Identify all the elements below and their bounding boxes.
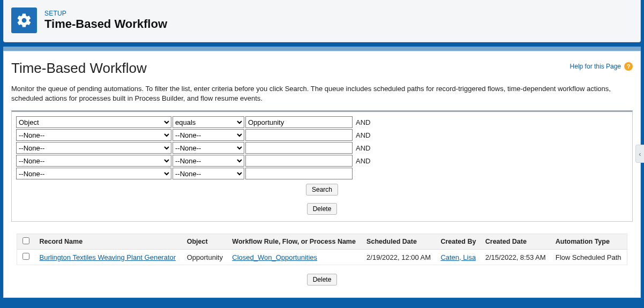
filter-value-input[interactable] bbox=[245, 129, 353, 141]
cell-object: Opportunity bbox=[183, 250, 228, 265]
help-link[interactable]: Help for this Page ? bbox=[570, 62, 633, 71]
filter-field-select[interactable]: --None-- bbox=[16, 168, 171, 179]
page-title: Time-Based Workflow bbox=[11, 60, 147, 77]
header: SETUP Time-Based Workflow bbox=[10, 5, 634, 36]
col-scheduled-date: Scheduled Date bbox=[362, 234, 436, 250]
col-record-name: Record Name bbox=[35, 234, 183, 250]
col-workflow: Workflow Rule, Flow, or Process Name bbox=[228, 234, 362, 250]
setup-label: SETUP bbox=[44, 10, 167, 17]
pattern-divider bbox=[3, 47, 641, 51]
table-header-row: Record Name Object Workflow Rule, Flow, … bbox=[17, 234, 627, 250]
table-row: Burlington Textiles Weaving Plant Genera… bbox=[17, 250, 627, 265]
filter-and: AND bbox=[356, 157, 370, 165]
gear-icon bbox=[11, 7, 37, 33]
row-checkbox[interactable] bbox=[23, 253, 29, 260]
filter-and: AND bbox=[356, 118, 370, 126]
filter-and: AND bbox=[356, 144, 370, 152]
header-title: Time-Based Workflow bbox=[44, 17, 167, 31]
col-created-by: Created By bbox=[436, 234, 481, 250]
expand-panel-tab[interactable]: ‹ bbox=[635, 145, 644, 163]
filter-value-input[interactable] bbox=[245, 168, 353, 179]
col-automation-type: Automation Type bbox=[551, 234, 627, 250]
filter-row: --None-- --None-- AND bbox=[16, 129, 628, 141]
filter-value-input[interactable] bbox=[245, 155, 353, 167]
filter-operator-select[interactable]: --None-- bbox=[173, 168, 244, 179]
filter-and: AND bbox=[356, 131, 370, 139]
filter-operator-select[interactable]: --None-- bbox=[173, 155, 244, 167]
select-all-checkbox[interactable] bbox=[23, 237, 29, 244]
filter-operator-select[interactable]: --None-- bbox=[173, 129, 244, 141]
filter-field-select[interactable]: Object bbox=[16, 116, 171, 128]
filter-field-select[interactable]: --None-- bbox=[16, 142, 171, 154]
filter-row: Object equals AND bbox=[16, 116, 628, 128]
filter-field-select[interactable]: --None-- bbox=[16, 129, 171, 141]
col-object: Object bbox=[183, 234, 228, 250]
cell-scheduled-date: 2/19/2022, 12:00 AM bbox=[362, 250, 436, 265]
created-by-link[interactable]: Caten, Lisa bbox=[440, 253, 476, 261]
results: Record Name Object Workflow Rule, Flow, … bbox=[17, 234, 627, 286]
cell-automation-type: Flow Scheduled Path bbox=[551, 250, 627, 265]
setup-header-panel: SETUP Time-Based Workflow bbox=[3, 0, 641, 42]
filter-value-input[interactable] bbox=[245, 116, 353, 128]
filter-row: --None-- --None-- AND bbox=[16, 142, 628, 154]
col-created-date: Created Date bbox=[481, 234, 551, 250]
filter-operator-select[interactable]: --None-- bbox=[173, 142, 244, 154]
content-panel: Time-Based Workflow Help for this Page ?… bbox=[3, 51, 641, 298]
delete-button-bottom[interactable]: Delete bbox=[307, 274, 338, 286]
page-description: Monitor the queue of pending automations… bbox=[11, 84, 633, 103]
filter-row: --None-- --None-- bbox=[16, 168, 628, 179]
results-table: Record Name Object Workflow Rule, Flow, … bbox=[17, 234, 627, 265]
filter-box: Object equals AND --None-- --None-- AND … bbox=[11, 110, 633, 222]
record-name-link[interactable]: Burlington Textiles Weaving Plant Genera… bbox=[40, 253, 176, 261]
help-icon: ? bbox=[624, 62, 633, 71]
delete-button[interactable]: Delete bbox=[307, 203, 338, 215]
filter-operator-select[interactable]: equals bbox=[173, 116, 244, 128]
header-text: SETUP Time-Based Workflow bbox=[44, 10, 167, 31]
filter-row: --None-- --None-- AND bbox=[16, 155, 628, 167]
cell-created-date: 2/15/2022, 8:53 AM bbox=[481, 250, 551, 265]
workflow-link[interactable]: Closed_Won_Opportunities bbox=[232, 253, 317, 261]
filter-value-input[interactable] bbox=[245, 142, 353, 154]
help-link-text: Help for this Page bbox=[570, 63, 621, 70]
chevron-left-icon: ‹ bbox=[639, 150, 641, 158]
filter-field-select[interactable]: --None-- bbox=[16, 155, 171, 167]
search-button[interactable]: Search bbox=[306, 184, 338, 196]
